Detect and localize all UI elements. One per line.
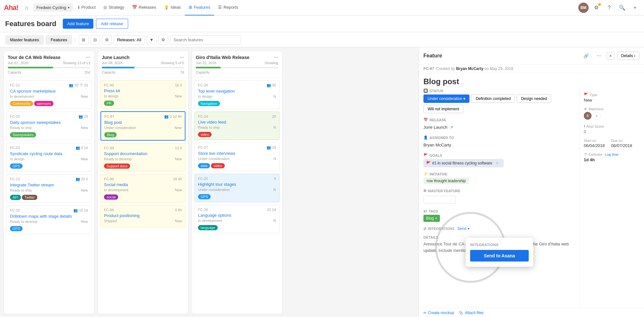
column-title-2: June Launch ··· [102,54,184,60]
card-fc-90[interactable]: FC-90 16 0 Press kit In designNew PR [100,80,185,109]
column-menu-2[interactable]: ··· [180,54,184,60]
releases-filter[interactable]: Releases: All [114,35,145,45]
detail-body: 🔲Status Under consideration ▾ Definition… [419,89,644,308]
main-toolbar: Features board Add feature Add release [0,15,644,32]
goal-remove-button[interactable]: × [494,160,501,166]
search-button[interactable]: 🔍 [617,3,627,13]
help-button[interactable]: ? [604,3,614,13]
card-fc-26[interactable]: FC-26 👥 30 Top level navigation In desig… [194,80,279,109]
card-fc-86[interactable]: FC-86 0 6h Product positioning ShippedNe… [100,205,185,227]
integrations-popup-label: INTEGRATIONS [470,243,529,247]
add-button[interactable]: + [630,3,640,13]
card-fc-25[interactable]: FC-25 9 Highlight tour stages Under cons… [194,174,279,202]
log-time-link[interactable]: Log time [605,153,619,156]
sub-tab-master-features[interactable]: Master features [5,35,44,45]
sub-tab-features[interactable]: Features [46,35,72,45]
column-cards-2: FC-90 16 0 Press kit In designNew PR FC-… [98,78,188,230]
card-fc-28[interactable]: FC-28 22 2d Language options In developm… [194,205,279,233]
card-fc-27[interactable]: FC-27 👥 19 Store live interviews Under c… [194,143,279,171]
attach-files-link[interactable]: 📎Attach files [459,311,484,315]
add-release-button[interactable]: Add release [96,19,128,29]
more-options-button[interactable]: ⚙ [158,35,168,45]
status-current-button[interactable]: Under consideration ▾ [423,94,469,103]
card-fc-87[interactable]: FC-87 👥 0 1d 4h Blog post Under consider… [100,111,185,141]
add-watcher-button[interactable]: + [593,112,601,120]
estimate-value: 1d 4h [584,157,640,162]
card-fc-11[interactable]: FC-11 👥 30 ⏱ 2d CA sponsor marketplace I… [6,80,91,109]
detail-link-icon[interactable]: 🔗 [581,51,591,61]
column-cards-1: FC-11 👥 30 ⏱ 2d CA sponsor marketplace I… [4,78,94,237]
type-value: New [584,98,640,103]
add-feature-button[interactable]: Add feature [63,19,93,29]
column-cards-3: FC-26 👥 30 Top level navigation In desig… [192,78,282,236]
nav-tab-product[interactable]: ℹ Product [74,0,99,15]
detail-feature-title: Blog post [419,73,644,89]
integrations-section: ⇄Integrations Send ▾ [423,226,575,231]
grid-view-button[interactable]: ⊞ [79,35,89,45]
status-definition-button[interactable]: Definition completed [471,94,515,103]
column-meta-1: Jun 01, 2018 Showing 13 of 13 [8,61,90,65]
column-progress-1 [8,67,90,68]
start-date-field: Start on 06/04/2018 [584,139,605,148]
card-fc-24[interactable]: FC-24 20 Live video feed Ready to shipN … [194,112,279,140]
settings-button[interactable]: ⚙ [591,3,601,13]
workspace-selector[interactable]: Fredwin Cycling ▾ [33,4,73,12]
list-view-button[interactable]: ⊟ [90,35,100,45]
user-avatar[interactable]: BM [578,3,589,13]
tag-blog-remove[interactable]: × [435,216,437,221]
detail-panel-title: Feature [423,53,442,59]
watchers-label: 👁Watchers [584,107,640,111]
card-header: FC-25 9 [198,177,276,181]
assigned-section: 👤Assigned to Bryan McCarty [423,135,575,149]
nav-tab-ideas[interactable]: 💡 Ideas [160,0,185,15]
nav-tab-strategy[interactable]: ◎ Strategy [99,0,128,15]
watcher-avatar: B [584,112,592,120]
create-mockup-link[interactable]: ✏Create mockup [423,311,454,315]
column-header-1: Tour de CA Web Release ··· Jun 01, 2018 … [4,51,94,78]
settings-badge [598,3,601,6]
nav-tab-features[interactable]: ⊞ Features [185,0,214,15]
nav-tab-releases[interactable]: 📅 Releases [128,0,160,15]
card-fc-88[interactable]: FC-88 18 4h Social media In developmentN… [100,174,185,203]
settings-view-button[interactable]: ⚙ [102,35,112,45]
send-to-asana-button[interactable]: Send to Asana [470,250,529,262]
tags-section: 🏷Tags Blog × [423,209,575,222]
page-title: Features board [5,20,56,28]
status-section: 🔲Status Under consideration ▾ Definition… [423,89,575,113]
detail-close-button[interactable]: × [607,52,614,60]
integrations-send-button[interactable]: Send ▾ [457,226,469,231]
detail-main-content: 🔲Status Under consideration ▾ Definition… [419,89,580,308]
release-value: June Launch ↗ [423,124,575,131]
card-header: FC-10 👥 15 1d [10,208,88,213]
detail-panel-header: Feature 🔗 ··· × Details › [419,47,644,64]
card-fc-89[interactable]: FC-89 11 0 Support documentation Ready t… [100,143,185,172]
status-will-not-button[interactable]: Will not implement [423,105,463,113]
filter-button[interactable]: ▼ [147,35,156,45]
assigned-label: 👤Assigned to [423,135,575,140]
detail-more-icon[interactable]: ··· [594,51,604,61]
details-button[interactable]: Details › [617,52,639,60]
initiative-label: ⚡Initiative [423,172,575,176]
board-container: Tour de CA Web Release ··· Jun 01, 2018 … [0,47,644,317]
card-fc-10[interactable]: FC-10 👥 15 1d Drilldown maps with stage … [6,205,91,234]
column-menu-1[interactable]: ··· [86,54,90,60]
nav-tab-reports[interactable]: ☰ Reports [214,0,242,15]
card-fc-13[interactable]: FC-13 👥 20 0 Integrate Twitter stream Re… [6,174,91,203]
product-icon: ℹ [78,5,80,10]
card-fc-20[interactable]: FC-20 👥 29 Daily sponsor sweepstakes Rea… [6,112,91,140]
master-feature-input[interactable] [423,196,456,203]
release-external-link[interactable]: ↗ [450,125,453,130]
card-fc-23[interactable]: FC-23 👥 0 1d Syndicate cycling route dat… [6,143,91,172]
card-header: FC-13 👥 20 0 [10,177,88,181]
master-feature-section: ⊞Master feature [423,189,575,205]
aha-score-value: 0 [584,129,640,134]
toolbar-divider [75,36,76,43]
column-header-2: June Launch ··· Jun 08, 2018 Showing 5 o… [98,51,188,78]
home-button[interactable]: ⌂ [22,3,32,13]
estimate-field: ⏱ Estimate Log time 1d 4h [584,153,640,162]
column-menu-3[interactable]: ··· [274,54,278,60]
status-design-button[interactable]: Design needed [517,94,551,103]
integrations-label: ⇄Integrations Send ▾ [423,226,575,231]
search-input[interactable] [170,35,241,45]
aha-score-label: ℹAha! Score [584,124,640,128]
